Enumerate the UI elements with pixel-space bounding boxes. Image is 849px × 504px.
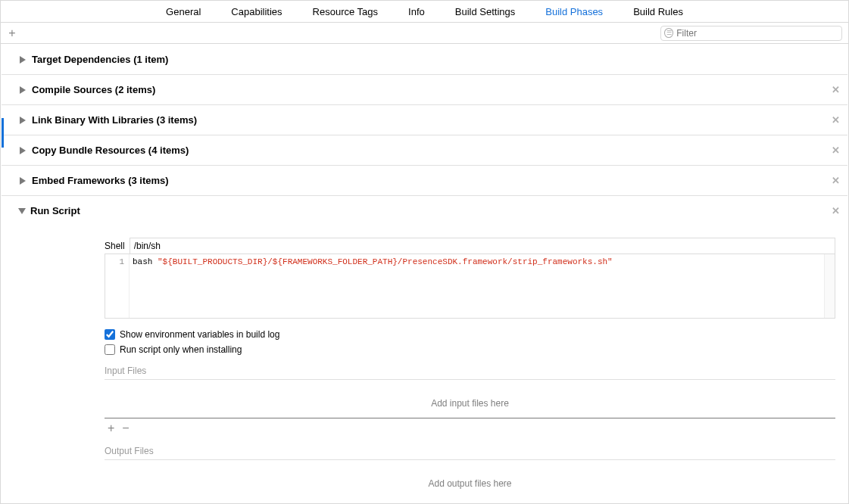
phase-title: Compile Sources (2 items) [32, 84, 832, 95]
disclosure-triangle-icon[interactable] [20, 147, 26, 154]
remove-phase-button[interactable]: ✕ [832, 114, 840, 126]
output-files-label: Output Files [105, 446, 835, 460]
script-editor[interactable]: 1 bash "${BUILT_PRODUCTS_DIR}/${FRAMEWOR… [105, 254, 835, 319]
input-files-placeholder[interactable]: Add input files here [105, 380, 835, 413]
disclosure-triangle-icon[interactable] [20, 56, 26, 64]
tab-build-settings[interactable]: Build Settings [440, 1, 531, 22]
shell-input[interactable] [130, 238, 835, 254]
filter-icon: ☰ [664, 28, 673, 38]
tab-general[interactable]: General [151, 1, 216, 22]
script-code[interactable]: bash "${BUILT_PRODUCTS_DIR}/${FRAMEWORKS… [130, 254, 617, 318]
filter-field[interactable]: ☰ [660, 26, 842, 41]
line-gutter: 1 [105, 254, 130, 318]
phase-copy-bundle[interactable]: Copy Bundle Resources (4 items) ✕ [2, 135, 847, 166]
project-tabbar: General Capabilities Resource Tags Info … [1, 1, 848, 23]
filter-input[interactable] [676, 28, 838, 39]
remove-phase-button[interactable]: ✕ [832, 175, 840, 186]
remove-input-file-button[interactable]: − [122, 422, 129, 435]
phase-title: Link Binary With Libraries (3 items) [32, 114, 832, 126]
show-env-checkbox[interactable] [105, 329, 115, 340]
phase-title: Run Script [30, 205, 832, 216]
tab-capabilities[interactable]: Capabilities [216, 1, 297, 22]
phase-run-script: Run Script ✕ Shell 1 bash "${BUILT_PRODU… [2, 196, 847, 502]
add-input-file-button[interactable]: + [108, 422, 114, 435]
tab-resource-tags[interactable]: Resource Tags [298, 1, 393, 22]
phase-target-dependencies[interactable]: Target Dependencies (1 item) [2, 45, 847, 75]
output-files-placeholder[interactable]: Add output files here [105, 460, 835, 493]
disclosure-triangle-icon[interactable] [18, 208, 26, 214]
phase-embed-frameworks[interactable]: Embed Frameworks (3 items) ✕ [2, 166, 847, 196]
remove-phase-button[interactable]: ✕ [832, 84, 840, 95]
phases-toolbar: + ☰ [1, 23, 848, 44]
only-install-label: Run script only when installing [120, 344, 242, 355]
disclosure-triangle-icon[interactable] [20, 177, 26, 185]
phases-scroll[interactable]: Target Dependencies (1 item) Compile Sou… [2, 45, 847, 502]
add-phase-button[interactable]: + [5, 26, 19, 40]
show-env-label: Show environment variables in build log [120, 329, 279, 340]
editor-scrollbar[interactable] [824, 254, 835, 318]
tab-build-rules[interactable]: Build Rules [618, 1, 698, 22]
disclosure-triangle-icon[interactable] [20, 86, 26, 94]
remove-phase-button[interactable]: ✕ [832, 145, 840, 156]
phase-link-binary[interactable]: Link Binary With Libraries (3 items) ✕ [2, 105, 847, 135]
phase-title: Embed Frameworks (3 items) [32, 175, 832, 186]
shell-label: Shell [105, 241, 125, 251]
input-files-label: Input Files [105, 366, 835, 380]
only-install-checkbox[interactable] [105, 344, 115, 355]
phase-title: Copy Bundle Resources (4 items) [32, 145, 832, 156]
input-files-controls: + − [105, 418, 835, 435]
phase-title: Target Dependencies (1 item) [32, 54, 840, 65]
disclosure-triangle-icon[interactable] [20, 117, 26, 124]
selection-indicator [2, 118, 4, 148]
tab-info[interactable]: Info [393, 1, 440, 22]
remove-phase-button[interactable]: ✕ [832, 205, 840, 216]
tab-build-phases[interactable]: Build Phases [530, 1, 618, 22]
phase-compile-sources[interactable]: Compile Sources (2 items) ✕ [2, 75, 847, 105]
run-script-body: Shell 1 bash "${BUILT_PRODUCTS_DIR}/${FR… [2, 226, 847, 502]
